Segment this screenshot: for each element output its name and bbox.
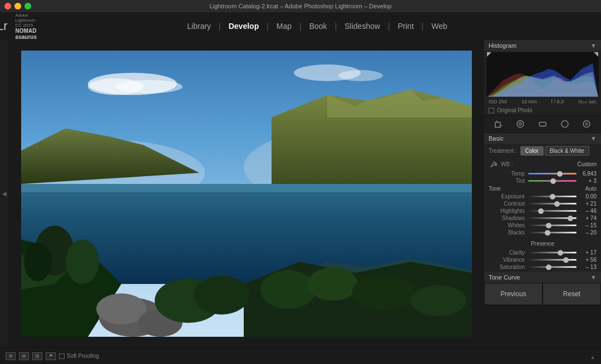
vibrance-label: Vibrance [489, 257, 525, 263]
exif-shutter: ¹⁄₂₅₆ sec [578, 99, 597, 104]
contrast-slider[interactable] [528, 203, 577, 205]
top-bar: Lr Adobe Lightroom CC 2015 NOMAD asaurus… [0, 12, 601, 40]
tint-slider[interactable] [528, 180, 577, 182]
svg-rect-41 [495, 122, 500, 127]
temp-slider-row: Temp 6,843 [484, 170, 601, 177]
nav-print[interactable]: Print [390, 22, 422, 31]
whites-slider[interactable] [528, 225, 577, 226]
red-eye-icon[interactable] [536, 118, 549, 130]
nav-develop[interactable]: Develop [221, 22, 267, 31]
left-panel-arrow[interactable]: ◀ [1, 191, 7, 197]
window-controls[interactable] [4, 3, 31, 9]
shadows-slider[interactable] [528, 217, 577, 219]
soft-proofing-label: Soft Proofing [67, 353, 99, 359]
highlights-slider-row: Highlights – 46 [484, 207, 601, 215]
blacks-thumb[interactable] [545, 230, 550, 236]
svg-rect-46 [539, 122, 546, 126]
temp-slider[interactable] [528, 173, 577, 174]
close-button[interactable] [4, 3, 11, 9]
nav-menu: Library | Develop | Map | Book | Slidesh… [33, 22, 601, 31]
basic-title: Basic [489, 135, 504, 142]
reset-button[interactable]: Reset [543, 283, 601, 305]
original-photo-label: Original Photo [497, 107, 532, 113]
tone-title: Tone [489, 186, 501, 192]
shadows-slider-row: Shadows + 74 [484, 215, 601, 222]
contrast-value: + 21 [580, 201, 597, 207]
saturation-slider-row: Saturation – 13 [484, 263, 601, 271]
svg-point-33 [338, 70, 383, 81]
crop-icon[interactable] [492, 118, 505, 130]
exposure-slider[interactable] [528, 196, 577, 197]
contrast-thumb[interactable] [554, 201, 560, 207]
blacks-slider[interactable] [528, 232, 577, 233]
treatment-bw-btn[interactable]: Black & White [545, 146, 589, 156]
main-area: ◀ [0, 40, 601, 347]
nav-library[interactable]: Library [179, 22, 219, 31]
maximize-button[interactable] [24, 3, 31, 9]
vibrance-thumb[interactable] [563, 257, 569, 263]
svg-point-26 [411, 285, 466, 316]
temp-value: 6,843 [580, 171, 597, 177]
minimize-button[interactable] [14, 3, 21, 9]
previous-button[interactable]: Previous [484, 283, 543, 305]
lr-logo: Lr Adobe Lightroom CC 2015 NOMAD asaurus [0, 12, 33, 40]
tone-curve-arrow[interactable]: ▼ [590, 274, 597, 281]
whites-slider-row: Whites – 15 [484, 222, 601, 229]
tint-value: + 3 [580, 178, 597, 184]
bottom-arrow-up[interactable]: ▲ [590, 354, 595, 360]
nav-book[interactable]: Book [302, 22, 335, 31]
basic-arrow[interactable]: ▼ [590, 135, 597, 142]
svg-point-24 [308, 267, 358, 301]
adjustment-brush-icon[interactable] [580, 118, 593, 130]
soft-proofing-checkbox[interactable] [59, 353, 65, 359]
treatment-color-btn[interactable]: Color [520, 146, 544, 156]
exposure-thumb[interactable] [550, 194, 555, 200]
clarity-value: + 17 [580, 250, 597, 256]
soft-proofing-toggle: Soft Proofing [59, 353, 99, 359]
exposure-value: 0.00 [580, 193, 597, 200]
svg-point-49 [585, 122, 588, 126]
survey-view-icon[interactable]: ▥ [32, 352, 42, 360]
eyedropper-icon[interactable] [489, 159, 499, 169]
highlights-label: Highlights [489, 208, 525, 214]
vibrance-slider[interactable] [528, 259, 577, 261]
svg-point-45 [519, 123, 521, 125]
nav-slideshow[interactable]: Slideshow [337, 22, 388, 31]
tint-thumb[interactable] [550, 178, 556, 184]
exposure-label: Exposure [489, 193, 525, 200]
nav-web[interactable]: Web [423, 22, 455, 31]
tone-curve-title: Tone Curve [489, 274, 520, 281]
clarity-slider[interactable] [528, 252, 577, 253]
original-photo-checkbox[interactable] [489, 108, 494, 113]
presence-section: Presence Clarity + 17 Vibrance [484, 236, 601, 272]
grid-view-icon[interactable]: ⊞ [6, 352, 16, 360]
flag-icon[interactable]: ⚑ [46, 352, 56, 360]
saturation-thumb[interactable] [546, 265, 551, 270]
photo-image [21, 51, 472, 337]
compare-view-icon[interactable]: ▤ [19, 352, 29, 360]
wb-value: Custom [578, 161, 597, 167]
graduated-filter-icon[interactable] [559, 118, 571, 130]
window-title: Lightroom Catalog-2.lrcat – Adobe Photos… [209, 3, 391, 9]
temp-thumb[interactable] [557, 171, 563, 177]
spot-removal-icon[interactable] [514, 118, 526, 130]
treatment-label: Treatment : [489, 148, 517, 154]
tone-curve-section: Tone Curve ▼ [484, 272, 601, 283]
saturation-slider[interactable] [528, 266, 577, 268]
whites-thumb[interactable] [546, 223, 551, 228]
highlights-slider[interactable] [528, 210, 577, 212]
title-bar: Lightroom Catalog-2.lrcat – Adobe Photos… [0, 0, 601, 12]
contrast-label: Contrast [489, 201, 525, 207]
tone-auto[interactable]: Auto [585, 186, 597, 192]
shadows-thumb[interactable] [568, 216, 573, 221]
clarity-thumb[interactable] [558, 250, 563, 256]
exif-aperture: f / 8.0 [551, 99, 564, 104]
basic-header: Basic ▼ [484, 133, 601, 144]
svg-point-23 [260, 270, 316, 309]
histogram-arrow[interactable]: ▼ [590, 42, 597, 49]
wb-row: WB : Custom [484, 158, 601, 170]
highlights-thumb[interactable] [538, 208, 544, 214]
photo-area [8, 40, 484, 347]
nav-map[interactable]: Map [269, 22, 299, 31]
lr-icon: Lr [0, 19, 8, 33]
